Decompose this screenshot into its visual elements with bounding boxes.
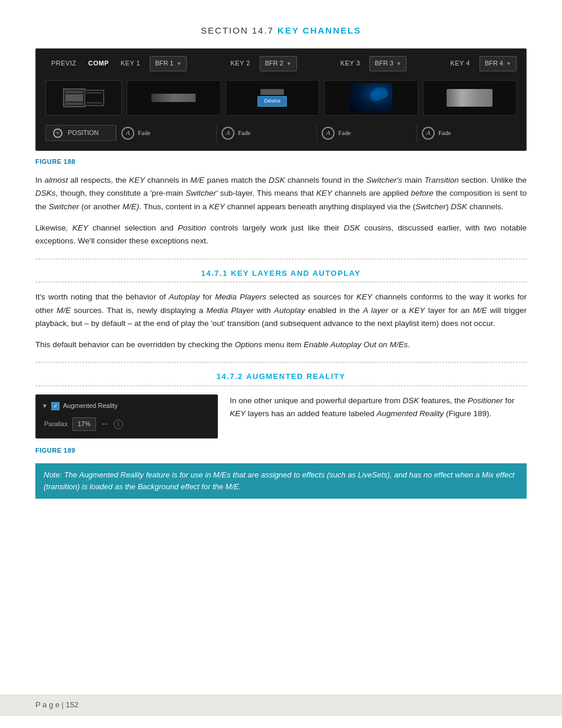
key3-channel [324, 80, 418, 116]
fade-item-4: A Fade [417, 124, 517, 142]
fade-label-2: Fade [238, 128, 250, 139]
ar-expand-arrow[interactable]: ▼ [42, 401, 48, 411]
key1-label: KEY 1 [115, 56, 147, 71]
note-box: Note: The Augmented Reality feature is f… [35, 463, 527, 499]
subsection-2-colored: AUGMENTED REALITY [246, 372, 346, 381]
subsection-1-divider-bottom [35, 282, 527, 282]
position-label: POSITION [68, 128, 99, 139]
subsection-2-divider [35, 362, 527, 363]
a-icon-3: A [322, 127, 335, 140]
fade-label-4: Fade [438, 128, 451, 139]
film-strip-2 [84, 90, 104, 106]
page-number: P a g e | 152 [35, 700, 78, 709]
subsection-1-colored: KEY LAYERS AND AUTOPLAY [231, 269, 361, 278]
ar-panel-controls: Parallax 17% ↔ i [42, 417, 209, 431]
figure-189-label: FIGURE 189 [35, 446, 527, 456]
switcher-top-row: PREVIZ COMP KEY 1 BFR 1 ▼ KEY 2 BFR 2 ▼ … [45, 56, 517, 71]
bfr2-arrow: ▼ [286, 60, 292, 68]
bfr4-dropdown[interactable]: BFR 4 ▼ [480, 56, 517, 71]
ar-panel-title-row: ▼ ✓ Augmented Reality [42, 401, 209, 411]
fade-label-3: Fade [338, 128, 351, 139]
a-icon-1: A [121, 127, 134, 140]
subsection-2-number: 14.7.2 [217, 372, 243, 381]
section-title: SECTION 14.7 KEY CHANNELS [35, 24, 527, 38]
body-paragraph-3: It's worth noting that the behavior of A… [35, 291, 527, 330]
ar-panel: ▼ ✓ Augmented Reality Parallax 17% ↔ i [35, 394, 218, 439]
fade-label-1: Fade [138, 128, 150, 139]
key2-thumbs: Device [257, 89, 287, 107]
bfr2-dropdown[interactable]: BFR 2 ▼ [260, 56, 297, 71]
note-text: Note: The Augmented Reality feature is f… [44, 470, 514, 491]
bfr1-dropdown[interactable]: BFR 1 ▼ [150, 56, 187, 71]
fade-groups: A Fade A Fade A Fade A Fade [116, 124, 517, 142]
subsection-2-divider-bottom [35, 386, 527, 386]
page: SECTION 14.7 KEY CHANNELS PREVIZ COMP KE… [0, 0, 562, 728]
section-title-colored: KEY CHANNELS [277, 25, 361, 35]
fade-item-2: A Fade [217, 124, 317, 142]
body-paragraph-1: In almost all respects, the KEY channels… [35, 174, 527, 213]
a-icon-4: A [422, 127, 435, 140]
a-icon-2: A [222, 127, 234, 140]
switcher-bottom-row: POSITION A Fade A Fade A Fade A Fade [45, 124, 517, 142]
key2-channel: Device [226, 80, 320, 116]
figure-189-container: ▼ ✓ Augmented Reality Parallax 17% ↔ i [35, 394, 218, 439]
ar-section: ▼ ✓ Augmented Reality Parallax 17% ↔ i [35, 394, 527, 439]
bfr3-arrow: ▼ [396, 60, 402, 68]
page-footer: P a g e | 152 [0, 694, 562, 716]
key2-label: KEY 2 [224, 56, 256, 71]
preview-comp-block [45, 80, 122, 116]
key4-channel [423, 80, 517, 116]
body-paragraph-2: Likewise, KEY channel selection and Posi… [35, 222, 527, 248]
ar-info-icon[interactable]: i [114, 420, 123, 429]
bfr1-arrow: ▼ [176, 60, 181, 68]
position-button[interactable]: POSITION [45, 125, 116, 141]
parallax-value[interactable]: 17% [72, 417, 96, 431]
ar-checkbox[interactable]: ✓ [51, 402, 59, 410]
subsection-1-number: 14.7.1 [201, 269, 228, 278]
ar-text: In one other unique and powerful departu… [230, 394, 527, 421]
fade-item-3: A Fade [317, 124, 417, 142]
subsection-2-title: 14.7.2 AUGMENTED REALITY [35, 371, 527, 383]
switcher-panel: PREVIZ COMP KEY 1 BFR 1 ▼ KEY 2 BFR 2 ▼ … [35, 48, 527, 151]
position-crosshair-icon [53, 129, 62, 138]
switcher-middle-row: Device [45, 77, 517, 118]
parallax-label: Parallax [44, 419, 68, 430]
comp-label: COMP [82, 56, 115, 71]
subsection-1-divider [35, 259, 527, 259]
body-paragraph-4: This default behavior can be overridden … [35, 338, 527, 351]
fade-item-1: A Fade [117, 124, 217, 142]
bfr3-dropdown[interactable]: BFR 3 ▼ [369, 56, 406, 71]
key3-thumb-bird [350, 83, 392, 113]
key1-channel [127, 80, 221, 116]
key4-label: KEY 4 [444, 56, 476, 71]
key4-thumb-device [447, 89, 492, 107]
ar-title-label: Augmented Reality [63, 401, 118, 411]
subsection-1-title: 14.7.1 KEY LAYERS AND AUTOPLAY [35, 268, 527, 280]
preview-icon [63, 88, 104, 107]
previz-label: PREVIZ [45, 56, 82, 71]
figure-188-label: FIGURE 188 [35, 157, 527, 167]
ar-arrows-icon[interactable]: ↔ [101, 417, 109, 430]
key3-label: KEY 3 [335, 56, 366, 71]
key1-thumb-bar [151, 94, 196, 102]
bfr4-arrow: ▼ [506, 60, 511, 68]
film-strip-1 [63, 88, 85, 107]
